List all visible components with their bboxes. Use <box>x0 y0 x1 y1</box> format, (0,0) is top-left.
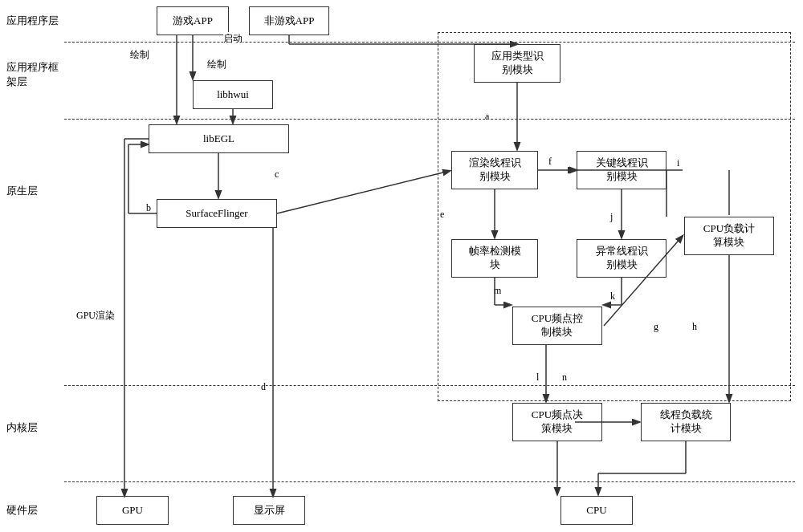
cpu-load-calc-box: CPU负载计算模块 <box>684 217 774 255</box>
label-d: d <box>261 381 266 393</box>
label-j: j <box>610 211 613 223</box>
nongame-app-box: 非游戏APP <box>249 6 329 35</box>
cpu-freq-decision-box: CPU频点决策模块 <box>512 403 602 441</box>
app-type-box: 应用类型识别模块 <box>474 44 560 83</box>
diagram: 应用程序层 应用程序框架层 原生层 内核层 硬件层 游戏APP 非游戏APP l… <box>0 0 803 532</box>
label-m: m <box>494 285 501 297</box>
layer-kernel: 内核层 <box>6 421 38 435</box>
render-thread-box: 渲染线程识别模块 <box>451 151 538 189</box>
abnormal-thread-box: 异常线程识别模块 <box>577 239 666 278</box>
frame-detect-box: 帧率检测模块 <box>451 239 538 278</box>
label-a: a <box>485 111 489 123</box>
libhwui-box: libhwui <box>193 80 273 109</box>
label-f: f <box>548 156 552 168</box>
layer-app: 应用程序层 <box>6 14 59 28</box>
layer-native: 原生层 <box>6 185 38 198</box>
label-g: g <box>654 321 658 333</box>
label-b: b <box>146 202 151 214</box>
cpu-box: CPU <box>560 496 633 525</box>
label-c: c <box>275 169 279 181</box>
label-n: n <box>562 372 567 384</box>
thread-load-stat-box: 线程负载统计模块 <box>641 403 731 441</box>
label-l: l <box>536 372 539 384</box>
divider-4 <box>64 481 795 482</box>
label-e: e <box>440 209 444 221</box>
layer-hardware: 硬件层 <box>6 504 38 518</box>
label-k: k <box>610 290 615 303</box>
game-app-box: 游戏APP <box>157 6 229 35</box>
label-i: i <box>677 157 679 169</box>
label-draw2: 绘制 <box>207 58 226 71</box>
layer-framework: 应用程序框架层 <box>6 60 59 89</box>
svg-line-12 <box>277 171 450 213</box>
cpu-freq-ctrl-box: CPU频点控制模块 <box>512 307 602 345</box>
label-gpu-render: GPU渲染 <box>76 309 115 323</box>
surfaceflinger-box: SurfaceFlinger <box>157 199 277 228</box>
gpu-box: GPU <box>96 496 169 525</box>
label-draw1: 绘制 <box>130 48 149 62</box>
libegl-box: libEGL <box>149 124 289 153</box>
display-box: 显示屏 <box>233 496 305 525</box>
label-start: 启动 <box>223 32 243 46</box>
label-h: h <box>692 321 697 333</box>
key-thread-box: 关键线程识别模块 <box>577 151 666 189</box>
